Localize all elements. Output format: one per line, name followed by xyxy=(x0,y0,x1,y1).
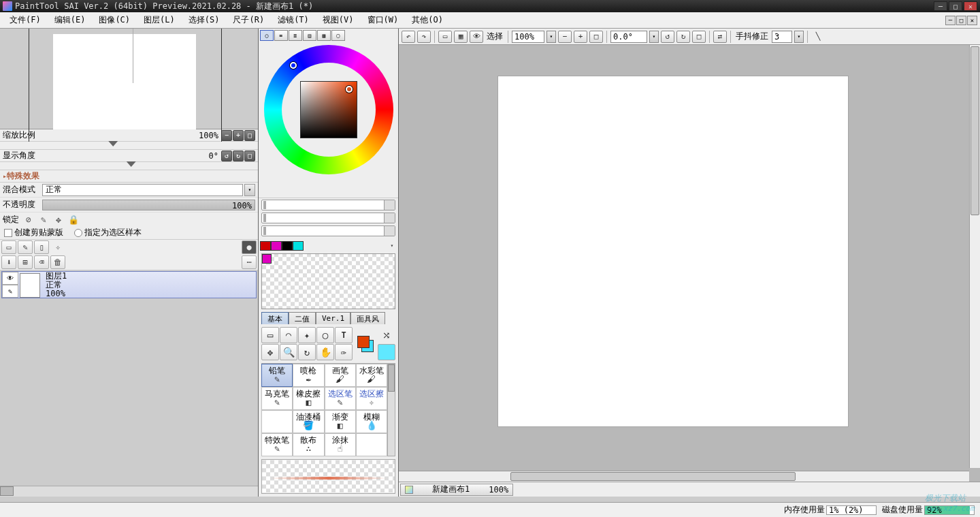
menu-file[interactable]: 文件(F) xyxy=(3,12,48,28)
vertical-scrollbar[interactable] xyxy=(969,45,980,468)
document-tab[interactable]: 新建画布1 100% xyxy=(400,484,513,496)
color-slider-1[interactable] xyxy=(261,200,395,210)
tool-tab-basic[interactable]: 基本 xyxy=(261,312,289,324)
color-slider-3[interactable] xyxy=(261,225,395,236)
angle-dropdown[interactable]: ▾ xyxy=(649,31,659,43)
brush-airbrush[interactable]: 喷枪✒ xyxy=(293,364,324,387)
brush-eraser[interactable]: 橡皮擦◧ xyxy=(293,387,324,410)
brush-scatter[interactable]: 散布∴ xyxy=(293,433,324,456)
rotate-cw-canvas[interactable]: ↻ xyxy=(676,31,690,43)
hand-tool[interactable]: ✋ xyxy=(316,344,334,360)
brush-empty[interactable] xyxy=(261,410,293,433)
brush-smudge[interactable]: 涂抹☝ xyxy=(325,433,356,456)
menu-window[interactable]: 窗口(W) xyxy=(361,12,406,28)
brush-watercolor[interactable]: 水彩笔🖌 xyxy=(356,364,387,387)
layer-visible-icon[interactable]: 👁 xyxy=(2,272,18,285)
canvas-document[interactable] xyxy=(498,76,848,426)
delete-layer-button[interactable]: 🗑 xyxy=(50,255,65,269)
maximize-button[interactable]: □ xyxy=(949,1,962,11)
redo-button[interactable]: ↷ xyxy=(417,31,431,43)
invert-sel-button[interactable]: ▦ xyxy=(454,31,468,43)
lock-none-icon[interactable]: ⊘ xyxy=(23,214,34,225)
color-swatches-mode[interactable]: ▦ xyxy=(317,30,331,41)
swatch[interactable] xyxy=(293,241,304,251)
brush-sel-eraser[interactable]: 选区擦✧ xyxy=(356,387,387,410)
fg-bg-colors[interactable] xyxy=(357,336,374,352)
menu-view[interactable]: 视图(V) xyxy=(316,12,361,28)
zoom-reset-button[interactable]: □ xyxy=(244,130,255,141)
swatch[interactable] xyxy=(271,241,282,251)
marquee-tool[interactable]: ▭ xyxy=(261,327,279,343)
transform-button[interactable]: ✧ xyxy=(50,240,65,254)
line-tool-icon[interactable]: ╲ xyxy=(811,31,825,43)
color-wheel-mode[interactable]: ◯ xyxy=(260,30,274,41)
layer-item[interactable]: 👁 ✎ 图层1 正常 100% xyxy=(1,271,257,298)
clip-mask-checkbox[interactable]: 创建剪贴蒙版 xyxy=(4,227,63,238)
color-scratchpad-mode[interactable]: ▢ xyxy=(331,30,345,41)
swatch[interactable] xyxy=(282,241,293,251)
minimize-button[interactable]: ─ xyxy=(934,1,947,11)
lock-all-icon[interactable]: 🔒 xyxy=(68,214,79,225)
brush-scrollbar[interactable] xyxy=(387,364,395,456)
clear-layer-button[interactable]: ⌫ xyxy=(34,255,49,269)
brush-bucket[interactable]: 油漆桶🪣 xyxy=(293,410,324,433)
color-wheel[interactable] xyxy=(264,45,393,174)
layer-options-button[interactable]: ⋯ xyxy=(242,255,257,269)
navigator[interactable] xyxy=(0,29,258,129)
selection-sample-radio[interactable]: 指定为选区样本 xyxy=(74,227,142,238)
angle-slider[interactable] xyxy=(0,162,258,170)
zoom-in-canvas[interactable]: + xyxy=(574,31,587,43)
duplicate-layer-button[interactable]: ⊞ xyxy=(18,255,33,269)
menu-other[interactable]: 其他(O) xyxy=(405,12,450,28)
rotate-reset-canvas[interactable]: □ xyxy=(692,31,706,43)
menu-layer[interactable]: 图层(L) xyxy=(137,12,182,28)
close-button[interactable]: ✕ xyxy=(964,1,977,11)
stabilizer-field[interactable]: 3 xyxy=(772,31,792,43)
eyedropper-tool[interactable]: ✑ xyxy=(335,344,353,360)
tool-tab-ver1[interactable]: Ver.1 xyxy=(316,312,350,324)
special-effects-header[interactable]: 特殊效果 xyxy=(0,170,258,183)
rotate-tool[interactable]: ↻ xyxy=(298,344,316,360)
mdi-minimize-button[interactable]: ─ xyxy=(945,16,956,25)
swatch-menu-button[interactable]: ▾ xyxy=(387,241,397,251)
new-folder-button[interactable]: ▯ xyxy=(34,240,49,254)
flip-h-button[interactable]: ⇄ xyxy=(713,31,727,43)
stabilizer-dropdown[interactable]: ▾ xyxy=(794,31,804,43)
undo-button[interactable]: ↶ xyxy=(402,31,415,43)
layer-edit-icon[interactable]: ✎ xyxy=(2,285,18,298)
brush-marker[interactable]: 马克笔✎ xyxy=(261,387,293,410)
opacity-slider[interactable]: 100% xyxy=(42,200,255,210)
left-scrollbar[interactable] xyxy=(0,486,258,497)
menu-image[interactable]: 图像(C) xyxy=(92,12,137,28)
brush-gradient[interactable]: 渐变◧ xyxy=(325,410,356,433)
mask-button[interactable]: ● xyxy=(242,240,257,254)
menu-ruler[interactable]: 尺子(R) xyxy=(226,12,271,28)
tool-tab-binary[interactable]: 二值 xyxy=(289,312,316,324)
shape-tool[interactable]: ◯ xyxy=(316,327,334,343)
horizontal-scrollbar[interactable] xyxy=(399,471,969,482)
swatch[interactable] xyxy=(260,241,271,251)
blend-mode-arrow[interactable]: ▾ xyxy=(244,184,255,196)
brush-fx[interactable]: 特效笔✎ xyxy=(261,433,293,456)
rotate-cw-button[interactable]: ↻ xyxy=(233,151,244,161)
swap-colors-icon[interactable]: ⤭ xyxy=(378,327,395,343)
tool-tab-mask[interactable]: 面具风 xyxy=(350,312,385,324)
color-slider-2[interactable] xyxy=(261,213,395,223)
show-sel-button[interactable]: 👁 xyxy=(470,31,483,43)
brush-blur[interactable]: 模糊💧 xyxy=(356,410,387,433)
zoom-in-button[interactable]: + xyxy=(233,130,244,141)
wand-tool[interactable]: ✦ xyxy=(298,327,316,343)
move-tool[interactable]: ✥ xyxy=(261,344,279,360)
rotate-ccw-button[interactable]: ↺ xyxy=(221,151,232,161)
canvas-viewport[interactable] xyxy=(399,45,980,482)
sv-picker[interactable] xyxy=(300,81,357,138)
zoom-field[interactable]: 100% xyxy=(512,31,544,43)
brush-pencil[interactable]: 铅笔✎ xyxy=(261,364,293,387)
color-mixer-mode[interactable]: ▤ xyxy=(303,30,316,41)
zoom-dropdown[interactable]: ▾ xyxy=(546,31,556,43)
zoom-out-button[interactable]: − xyxy=(221,130,232,141)
text-tool[interactable]: T xyxy=(335,327,353,343)
new-layer-button[interactable]: ▭ xyxy=(1,240,16,254)
lasso-tool[interactable]: ◠ xyxy=(280,327,297,343)
menu-select[interactable]: 选择(S) xyxy=(182,12,227,28)
